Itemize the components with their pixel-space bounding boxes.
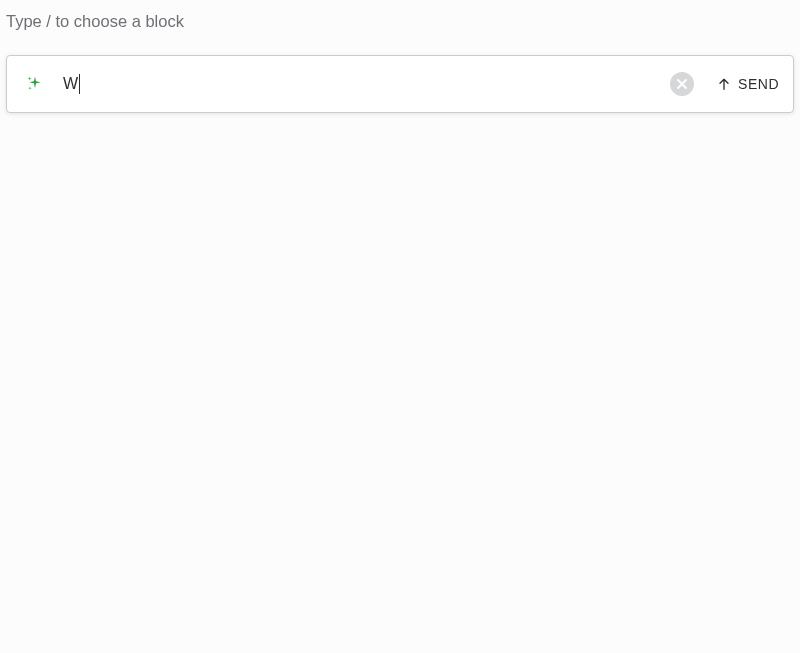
- send-button[interactable]: SEND: [716, 76, 779, 92]
- text-cursor: [79, 74, 80, 94]
- arrow-up-icon: [716, 76, 732, 92]
- prompt-input-container: W SEND: [6, 55, 794, 113]
- send-button-label: SEND: [738, 76, 779, 92]
- prompt-input[interactable]: W: [63, 56, 670, 112]
- block-chooser-hint[interactable]: Type / to choose a block: [0, 0, 800, 31]
- clear-button[interactable]: [670, 72, 694, 96]
- sparkle-icon: [25, 74, 45, 94]
- prompt-input-text: W: [63, 75, 78, 93]
- close-icon: [676, 78, 688, 90]
